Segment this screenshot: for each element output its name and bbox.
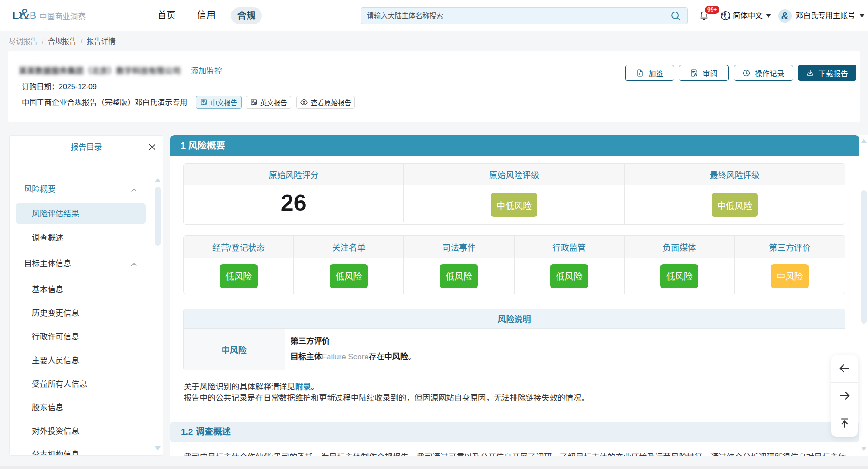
svg-text:A: A bbox=[205, 101, 206, 104]
svg-text:中: 中 bbox=[254, 101, 257, 105]
svg-text:A: A bbox=[252, 100, 254, 103]
svg-text:En: En bbox=[725, 16, 730, 20]
